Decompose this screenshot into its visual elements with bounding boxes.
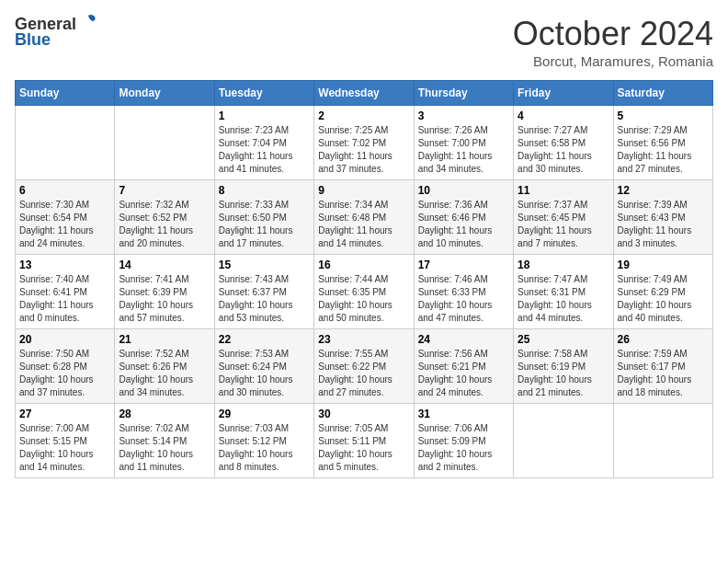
day-info: Sunrise: 7:44 AM Sunset: 6:35 PM Dayligh… xyxy=(318,273,409,325)
calendar-cell: 20Sunrise: 7:50 AM Sunset: 6:28 PM Dayli… xyxy=(16,329,115,404)
day-number: 6 xyxy=(19,184,110,197)
header-tuesday: Tuesday xyxy=(214,81,313,106)
day-info: Sunrise: 7:30 AM Sunset: 6:54 PM Dayligh… xyxy=(19,199,110,250)
calendar-cell: 8Sunrise: 7:33 AM Sunset: 6:50 PM Daylig… xyxy=(214,180,313,255)
day-info: Sunrise: 7:32 AM Sunset: 6:52 PM Dayligh… xyxy=(119,199,210,250)
calendar-cell: 19Sunrise: 7:49 AM Sunset: 6:29 PM Dayli… xyxy=(613,255,712,329)
day-number: 25 xyxy=(518,333,609,346)
calendar-cell xyxy=(514,404,613,478)
calendar-cell: 11Sunrise: 7:37 AM Sunset: 6:45 PM Dayli… xyxy=(514,180,613,255)
day-info: Sunrise: 7:05 AM Sunset: 5:11 PM Dayligh… xyxy=(318,422,409,474)
day-info: Sunrise: 7:59 AM Sunset: 6:17 PM Dayligh… xyxy=(618,348,709,399)
calendar-cell: 27Sunrise: 7:00 AM Sunset: 5:15 PM Dayli… xyxy=(16,404,115,478)
calendar-cell xyxy=(613,404,712,478)
day-number: 23 xyxy=(318,333,409,346)
calendar-cell: 4Sunrise: 7:27 AM Sunset: 6:58 PM Daylig… xyxy=(514,106,613,180)
logo-bird-icon xyxy=(78,13,98,33)
calendar-cell: 18Sunrise: 7:47 AM Sunset: 6:31 PM Dayli… xyxy=(514,255,613,329)
day-number: 13 xyxy=(19,259,110,271)
day-info: Sunrise: 7:25 AM Sunset: 7:02 PM Dayligh… xyxy=(318,124,409,176)
day-info: Sunrise: 7:56 AM Sunset: 6:21 PM Dayligh… xyxy=(418,348,509,399)
day-number: 14 xyxy=(119,259,210,271)
day-info: Sunrise: 7:53 AM Sunset: 6:24 PM Dayligh… xyxy=(219,348,310,399)
day-number: 31 xyxy=(418,408,509,420)
day-number: 11 xyxy=(518,184,609,197)
calendar-cell: 22Sunrise: 7:53 AM Sunset: 6:24 PM Dayli… xyxy=(214,329,313,404)
day-info: Sunrise: 7:26 AM Sunset: 7:00 PM Dayligh… xyxy=(418,124,509,176)
day-number: 8 xyxy=(219,184,310,197)
day-info: Sunrise: 7:23 AM Sunset: 7:04 PM Dayligh… xyxy=(219,124,310,176)
calendar-table: Sunday Monday Tuesday Wednesday Thursday… xyxy=(15,80,713,478)
location-text: Borcut, Maramures, Romania xyxy=(513,53,713,69)
calendar-cell: 15Sunrise: 7:43 AM Sunset: 6:37 PM Dayli… xyxy=(214,255,313,329)
day-info: Sunrise: 7:00 AM Sunset: 5:15 PM Dayligh… xyxy=(19,422,110,474)
header-thursday: Thursday xyxy=(414,81,513,106)
calendar-week-4: 27Sunrise: 7:00 AM Sunset: 5:15 PM Dayli… xyxy=(16,404,713,478)
day-info: Sunrise: 7:27 AM Sunset: 6:58 PM Dayligh… xyxy=(518,124,609,176)
calendar-cell: 3Sunrise: 7:26 AM Sunset: 7:00 PM Daylig… xyxy=(414,106,513,180)
calendar-cell: 16Sunrise: 7:44 AM Sunset: 6:35 PM Dayli… xyxy=(314,255,414,329)
day-info: Sunrise: 7:40 AM Sunset: 6:41 PM Dayligh… xyxy=(19,273,110,325)
calendar-week-0: 1Sunrise: 7:23 AM Sunset: 7:04 PM Daylig… xyxy=(16,106,713,180)
calendar-cell: 25Sunrise: 7:58 AM Sunset: 6:19 PM Dayli… xyxy=(514,329,613,404)
day-number: 29 xyxy=(219,408,310,420)
day-number: 17 xyxy=(418,259,509,271)
day-number: 5 xyxy=(618,109,709,122)
calendar-cell: 26Sunrise: 7:59 AM Sunset: 6:17 PM Dayli… xyxy=(613,329,712,404)
day-number: 22 xyxy=(219,333,310,346)
day-number: 26 xyxy=(618,333,709,346)
calendar-cell: 30Sunrise: 7:05 AM Sunset: 5:11 PM Dayli… xyxy=(314,404,414,478)
calendar-cell: 14Sunrise: 7:41 AM Sunset: 6:39 PM Dayli… xyxy=(115,255,214,329)
day-info: Sunrise: 7:39 AM Sunset: 6:43 PM Dayligh… xyxy=(618,199,709,250)
day-info: Sunrise: 7:55 AM Sunset: 6:22 PM Dayligh… xyxy=(318,348,409,399)
day-number: 20 xyxy=(19,333,110,346)
day-info: Sunrise: 7:02 AM Sunset: 5:14 PM Dayligh… xyxy=(119,422,210,474)
calendar-cell xyxy=(16,106,115,180)
day-info: Sunrise: 7:49 AM Sunset: 6:29 PM Dayligh… xyxy=(618,273,709,325)
calendar-cell: 6Sunrise: 7:30 AM Sunset: 6:54 PM Daylig… xyxy=(16,180,115,255)
calendar-cell: 13Sunrise: 7:40 AM Sunset: 6:41 PM Dayli… xyxy=(16,255,115,329)
day-info: Sunrise: 7:50 AM Sunset: 6:28 PM Dayligh… xyxy=(19,348,110,399)
day-number: 4 xyxy=(518,109,609,122)
day-number: 10 xyxy=(418,184,509,197)
month-title: October 2024 xyxy=(513,15,713,53)
header-saturday: Saturday xyxy=(613,81,712,106)
calendar-cell: 24Sunrise: 7:56 AM Sunset: 6:21 PM Dayli… xyxy=(414,329,513,404)
day-number: 12 xyxy=(618,184,709,197)
day-info: Sunrise: 7:52 AM Sunset: 6:26 PM Dayligh… xyxy=(119,348,210,399)
header-friday: Friday xyxy=(514,81,613,106)
calendar-week-3: 20Sunrise: 7:50 AM Sunset: 6:28 PM Dayli… xyxy=(16,329,713,404)
logo-blue-text: Blue xyxy=(15,30,51,50)
header-row: Sunday Monday Tuesday Wednesday Thursday… xyxy=(16,81,713,106)
day-number: 2 xyxy=(318,109,409,122)
day-number: 3 xyxy=(418,109,509,122)
day-info: Sunrise: 7:37 AM Sunset: 6:45 PM Dayligh… xyxy=(518,199,609,250)
day-number: 9 xyxy=(318,184,409,197)
day-info: Sunrise: 7:03 AM Sunset: 5:12 PM Dayligh… xyxy=(219,422,310,474)
day-number: 30 xyxy=(318,408,409,420)
calendar-cell: 2Sunrise: 7:25 AM Sunset: 7:02 PM Daylig… xyxy=(314,106,414,180)
day-number: 24 xyxy=(418,333,509,346)
day-info: Sunrise: 7:47 AM Sunset: 6:31 PM Dayligh… xyxy=(518,273,609,325)
day-number: 28 xyxy=(119,408,210,420)
day-number: 16 xyxy=(318,259,409,271)
calendar-cell: 7Sunrise: 7:32 AM Sunset: 6:52 PM Daylig… xyxy=(115,180,214,255)
day-info: Sunrise: 7:36 AM Sunset: 6:46 PM Dayligh… xyxy=(418,199,509,250)
day-number: 21 xyxy=(119,333,210,346)
calendar-cell: 23Sunrise: 7:55 AM Sunset: 6:22 PM Dayli… xyxy=(314,329,414,404)
page-header: General Blue October 2024 Borcut, Maramu… xyxy=(15,15,713,69)
header-monday: Monday xyxy=(115,81,214,106)
header-wednesday: Wednesday xyxy=(314,81,414,106)
calendar-body: 1Sunrise: 7:23 AM Sunset: 7:04 PM Daylig… xyxy=(16,106,713,478)
title-section: October 2024 Borcut, Maramures, Romania xyxy=(513,15,713,69)
calendar-week-2: 13Sunrise: 7:40 AM Sunset: 6:41 PM Dayli… xyxy=(16,255,713,329)
day-number: 27 xyxy=(19,408,110,420)
day-number: 19 xyxy=(618,259,709,271)
day-info: Sunrise: 7:06 AM Sunset: 5:09 PM Dayligh… xyxy=(418,422,509,474)
calendar-cell: 12Sunrise: 7:39 AM Sunset: 6:43 PM Dayli… xyxy=(613,180,712,255)
calendar-week-1: 6Sunrise: 7:30 AM Sunset: 6:54 PM Daylig… xyxy=(16,180,713,255)
day-info: Sunrise: 7:33 AM Sunset: 6:50 PM Dayligh… xyxy=(219,199,310,250)
calendar-cell: 21Sunrise: 7:52 AM Sunset: 6:26 PM Dayli… xyxy=(115,329,214,404)
calendar-cell: 17Sunrise: 7:46 AM Sunset: 6:33 PM Dayli… xyxy=(414,255,513,329)
calendar-cell: 5Sunrise: 7:29 AM Sunset: 6:56 PM Daylig… xyxy=(613,106,712,180)
